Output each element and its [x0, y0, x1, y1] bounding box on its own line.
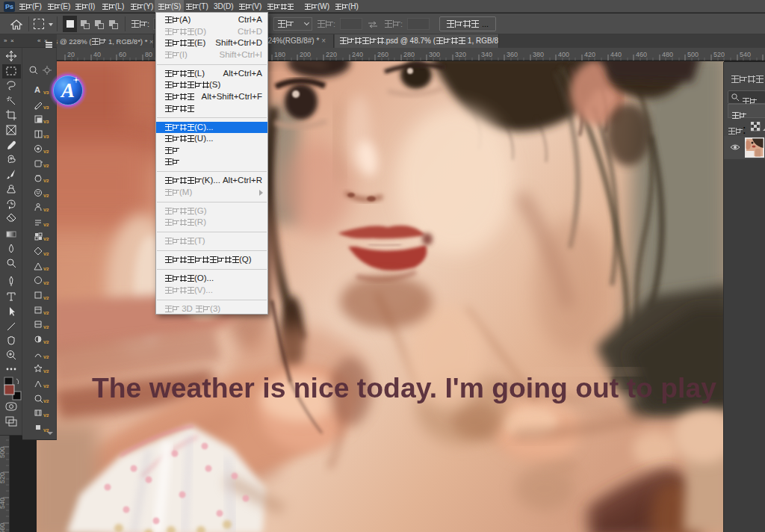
svg-text:240: 240: [352, 51, 363, 58]
svg-text:80: 80: [145, 51, 152, 58]
svg-text:220: 220: [326, 51, 337, 58]
svg-text:460: 460: [636, 51, 647, 58]
svg-text:180: 180: [274, 51, 285, 58]
svg-text:440: 440: [610, 51, 622, 58]
svg-text:500: 500: [687, 51, 699, 58]
svg-text:280: 280: [403, 51, 415, 58]
svg-text:540: 540: [740, 51, 751, 58]
svg-text:60: 60: [119, 51, 126, 58]
svg-text:300: 300: [429, 51, 440, 58]
svg-text:560: 560: [0, 523, 6, 532]
svg-text:400: 400: [558, 51, 569, 58]
svg-text:360: 360: [507, 51, 518, 58]
svg-text:40: 40: [93, 51, 101, 58]
svg-text:The weather is nice today. I'm: The weather is nice today. I'm going out…: [92, 373, 716, 403]
svg-text:340: 340: [481, 51, 492, 58]
svg-text:520: 520: [713, 51, 725, 58]
svg-text:A: A: [34, 85, 40, 94]
svg-text:A: A: [60, 79, 75, 102]
svg-text:520: 520: [0, 472, 6, 483]
svg-text:20: 20: [67, 51, 75, 58]
svg-text:480: 480: [662, 51, 673, 58]
svg-text:260: 260: [377, 51, 388, 58]
svg-text:200: 200: [300, 51, 311, 58]
svg-text:420: 420: [584, 51, 595, 58]
svg-text:540: 540: [0, 498, 6, 509]
svg-text:380: 380: [533, 51, 544, 58]
svg-text:320: 320: [455, 51, 466, 58]
svg-text:500: 500: [0, 447, 6, 458]
